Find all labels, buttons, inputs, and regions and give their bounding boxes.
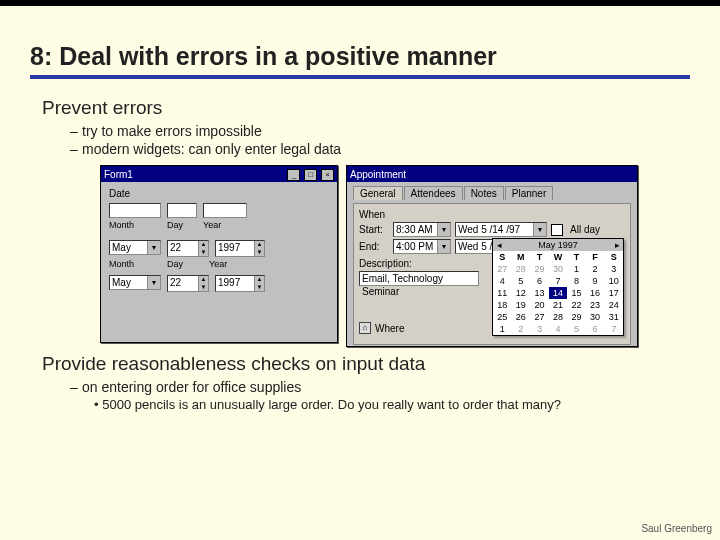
calendar-day[interactable]: 17 [604,287,623,299]
calendar-day[interactable]: 2 [586,263,605,275]
chevron-down-icon[interactable]: ▾ [533,223,546,236]
year-spinner[interactable]: 1997 ▲▼ [215,240,265,257]
calendar-day[interactable]: 23 [586,299,605,311]
month-label: Month [109,259,161,269]
tabs: General Attendees Notes Planner [353,186,631,200]
tab-general[interactable]: General [353,186,403,200]
appointment-title-text: Appointment [350,169,406,180]
spin-down-icon[interactable]: ▼ [254,284,264,292]
calendar-day[interactable]: 1 [493,323,512,335]
day-field[interactable] [167,203,197,218]
allday-checkbox[interactable] [551,224,563,236]
calendar-dow: T [530,251,549,263]
month-dropdown[interactable]: May ▾ [109,275,161,290]
year-field[interactable] [203,203,247,218]
calendar-day[interactable]: 25 [493,311,512,323]
allday-label: All day [570,224,600,235]
calendar-day[interactable]: 20 [530,299,549,311]
chevron-down-icon[interactable]: ▾ [437,240,450,253]
calendar-day[interactable]: 11 [493,287,512,299]
window-controls[interactable]: _ □ × [286,168,334,181]
calendar-dow: S [493,251,512,263]
calendar-day[interactable]: 27 [493,263,512,275]
calendar-day[interactable]: 5 [567,323,586,335]
end-time-value: 4:00 PM [394,241,437,252]
calendar-day[interactable]: 24 [604,299,623,311]
year-spinner[interactable]: 1997 ▲▼ [215,275,265,292]
chevron-down-icon[interactable]: ▾ [437,223,450,236]
calendar-popup: ◂ May 1997 ▸ SMTWTFS 2728293012345678910… [492,238,624,336]
minimize-icon[interactable]: _ [287,169,300,181]
calendar-day[interactable]: 22 [567,299,586,311]
calendar-day[interactable]: 15 [567,287,586,299]
calendar-day[interactable]: 1 [567,263,586,275]
calendar-day[interactable]: 3 [530,323,549,335]
bullet-text: try to make errors impossible [82,123,262,139]
end-time-field[interactable]: 4:00 PM▾ [393,239,451,254]
where-label: Where [375,323,404,334]
day-spinner[interactable]: 22 ▲▼ [167,275,209,292]
calendar-day[interactable]: 30 [586,311,605,323]
month-value: May [110,277,147,288]
close-icon[interactable]: × [321,169,334,181]
calendar-day[interactable]: 7 [549,275,568,287]
start-label: Start: [359,224,389,235]
spin-down-icon[interactable]: ▼ [254,249,264,257]
calendar-day[interactable]: 13 [530,287,549,299]
calendar-day[interactable]: 4 [493,275,512,287]
calendar-day[interactable]: 12 [512,287,531,299]
tab-planner[interactable]: Planner [505,186,553,200]
calendar-next-icon[interactable]: ▸ [611,240,623,250]
maximize-icon[interactable]: □ [304,169,317,181]
bullet-text: on entering order for office supplies [82,379,301,395]
start-time-field[interactable]: 8:30 AM▾ [393,222,451,237]
spin-up-icon[interactable]: ▲ [198,276,208,284]
calendar-day[interactable]: 2 [512,323,531,335]
start-date-field[interactable]: Wed 5 /14 /97▾ [455,222,547,237]
calendar-day[interactable]: 28 [549,311,568,323]
calendar-day[interactable]: 8 [567,275,586,287]
appointment-window: Appointment General Attendees Notes Plan… [346,165,638,347]
day-spinner[interactable]: 22 ▲▼ [167,240,209,257]
calendar-day[interactable]: 28 [512,263,531,275]
chevron-down-icon[interactable]: ▾ [147,241,160,254]
calendar-day[interactable]: 5 [512,275,531,287]
calendar-day[interactable]: 27 [530,311,549,323]
calendar-day[interactable]: 29 [530,263,549,275]
calendar-day[interactable]: 18 [493,299,512,311]
calendar-day[interactable]: 26 [512,311,531,323]
tab-notes[interactable]: Notes [464,186,504,200]
calendar-day[interactable]: 30 [549,263,568,275]
general-panel: When Start: 8:30 AM▾ Wed 5 /14 /97▾ All … [353,203,631,345]
description-field[interactable]: Email, Technology Seminar [359,271,479,286]
spin-down-icon[interactable]: ▼ [198,284,208,292]
end-label: End: [359,241,389,252]
calendar-day[interactable]: 10 [604,275,623,287]
spin-up-icon[interactable]: ▲ [198,241,208,249]
start-date-value: Wed 5 /14 /97 [456,224,533,235]
calendar-day[interactable]: 19 [512,299,531,311]
calendar-day[interactable]: 6 [530,275,549,287]
tab-attendees[interactable]: Attendees [404,186,463,200]
calendar-day[interactable]: 9 [586,275,605,287]
month-dropdown[interactable]: May ▾ [109,240,161,255]
calendar-day[interactable]: 21 [549,299,568,311]
spin-up-icon[interactable]: ▲ [254,276,264,284]
calendar-day[interactable]: 16 [586,287,605,299]
calendar-day[interactable]: 4 [549,323,568,335]
calendar-day[interactable]: 31 [604,311,623,323]
calendar-day[interactable]: 29 [567,311,586,323]
calendar-day[interactable]: 7 [604,323,623,335]
calendar-day[interactable]: 14 [549,287,568,299]
calendar-day[interactable]: 3 [604,263,623,275]
calendar-dow: T [567,251,586,263]
month-field[interactable] [109,203,161,218]
form1-window: Form1 _ □ × Date Month Day Year [100,165,338,343]
chevron-down-icon[interactable]: ▾ [147,276,160,289]
description-label: Description: [359,258,417,269]
day-value: 22 [168,241,198,256]
calendar-prev-icon[interactable]: ◂ [493,240,505,250]
calendar-day[interactable]: 6 [586,323,605,335]
spin-down-icon[interactable]: ▼ [198,249,208,257]
spin-up-icon[interactable]: ▲ [254,241,264,249]
